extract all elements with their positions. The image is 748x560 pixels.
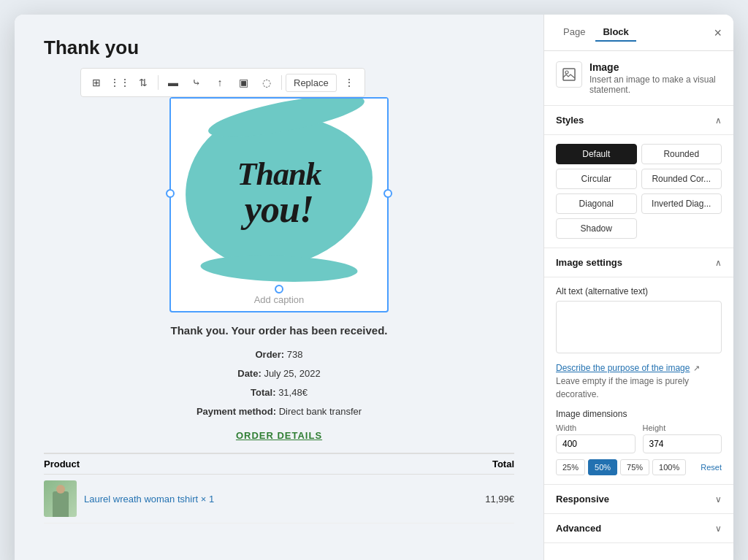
order-label: Order: [255,349,284,360]
block-description: Insert an image to make a visual stateme… [589,74,722,95]
total-value: 31,48€ [278,387,308,398]
table-row: Laurel wreath woman tshirt × 1 11,99€ [44,475,514,523]
style-shadow-btn[interactable]: Shadow [556,218,637,239]
advanced-header[interactable]: Advanced ∨ [544,514,733,543]
width-field: Width [556,423,636,453]
alt-text-input[interactable] [556,301,722,353]
product-thumbnail [44,480,77,517]
table-header: Product Total [44,454,514,475]
date-label: Date: [237,368,262,379]
total-label: Total: [251,387,275,398]
order-thank-message: Thank you. Your order has been received. [44,324,514,337]
order-content: Thank you. Your order has been received.… [44,324,514,441]
dimension-inputs: Width Height [556,423,722,453]
alt-text-link[interactable]: Describe the purpose of the image [556,363,690,373]
product-table: Product Total Laurel wreath woman tshirt… [44,453,514,523]
tab-page[interactable]: Page [556,23,592,42]
resize-handle-right[interactable] [383,189,392,198]
block-info-section: Image Insert an image to make a visual s… [544,51,733,106]
image-icon [562,67,576,82]
svg-point-1 [565,71,568,74]
col-product: Product [44,459,80,469]
style-inverted-diag-btn[interactable]: Inverted Diag... [641,193,722,214]
preset-100-btn[interactable]: 100% [652,459,686,475]
app-window: Thank you ⊞ ⋮⋮ ⇅ ▬ ⤷ ↑ ▣ ◌ Replace ⋮ [15,15,733,560]
block-info-text: Image Insert an image to make a visual s… [589,61,722,95]
image-settings-chevron: ∧ [715,258,722,268]
preset-25-btn[interactable]: 25% [556,459,585,475]
toolbar-image-btn[interactable]: ⊞ [85,72,107,93]
thank-you-text: Thank you! [237,158,321,229]
toolbar-upload-btn[interactable]: ↑ [209,72,231,93]
toolbar-divider-1 [158,75,159,90]
style-rounded-btn[interactable]: Rounded [641,144,722,164]
page-title: Thank you [44,37,514,59]
block-info: Image Insert an image to make a visual s… [556,61,722,95]
order-details-link[interactable]: ORDER DETAILS [44,430,514,441]
product-name[interactable]: Laurel wreath woman tshirt × 1 [84,494,485,505]
styles-chevron: ∧ [715,115,722,126]
responsive-header[interactable]: Responsive ∨ [544,485,733,514]
panel-header: Page Block × [544,15,733,51]
advanced-chevron: ∨ [715,523,722,534]
right-panel: Page Block × Image Insert an image to ma… [543,15,733,560]
image-settings-section: Image settings ∧ Alt text (alternative t… [544,248,733,485]
image-block-inner: Thank you! [171,99,387,288]
panel-tabs: Page Block [556,23,636,42]
preset-75-btn[interactable]: 75% [620,459,649,475]
product-price: 11,99€ [485,494,514,505]
image-block: Thank you! Add caption [169,97,389,312]
resize-handle-left[interactable] [166,189,175,198]
order-value: 738 [287,349,303,360]
dimension-reset-btn[interactable]: Reset [701,463,722,472]
style-default-btn[interactable]: Default [556,144,637,164]
order-info: Order: 738 Date: July 25, 2022 Total: 31… [44,345,514,421]
date-value: July 25, 2022 [264,368,320,379]
dimension-presets: 25% 50% 75% 100% Reset [556,459,722,475]
styles-title: Styles [556,115,584,126]
svg-rect-0 [563,69,575,80]
block-label: Image [589,61,722,73]
preset-50-btn[interactable]: 50% [588,459,617,475]
toolbar-divider-2 [281,75,282,90]
block-toolbar: ⊞ ⋮⋮ ⇅ ▬ ⤷ ↑ ▣ ◌ Replace ⋮ [80,68,365,97]
product-figure [44,480,77,517]
toolbar-drag-btn[interactable]: ⋮⋮ [109,72,131,93]
height-input[interactable] [643,434,722,453]
advanced-title: Advanced [556,523,601,534]
col-total: Total [492,459,514,469]
alt-text-note: Leave empty if the image is purely decor… [556,376,689,399]
style-rounded-col-btn[interactable]: Rounded Cor... [641,169,722,189]
image-settings-body: Alt text (alternative text) Describe the… [544,277,733,485]
styles-section: Styles ∧ Default Rounded Circular Rounde… [544,106,733,248]
thank-you-image: Thank you! [171,99,387,288]
width-input[interactable] [556,434,636,453]
toolbar-media-btn[interactable]: ▣ [232,72,254,93]
style-circular-btn[interactable]: Circular [556,169,637,189]
editor-area: Thank you ⊞ ⋮⋮ ⇅ ▬ ⤷ ↑ ▣ ◌ Replace ⋮ [15,15,543,560]
toolbar-move-btn[interactable]: ⇅ [132,72,154,93]
style-diagonal-btn[interactable]: Diagonal [556,193,637,214]
image-settings-title: Image settings [556,257,622,268]
styles-grid: Default Rounded Circular Rounded Cor... … [556,144,722,239]
styles-body: Default Rounded Circular Rounded Cor... … [544,135,733,248]
payment-label: Payment method: [196,406,276,417]
height-label: Height [643,423,722,432]
toolbar-crop-btn[interactable]: ◌ [256,72,278,93]
person-icon [53,491,69,517]
resize-handle-bottom[interactable] [275,285,283,294]
panel-close-btn[interactable]: × [714,26,722,39]
image-settings-header[interactable]: Image settings ∧ [544,248,733,277]
responsive-chevron: ∨ [715,494,722,505]
toolbar-more-btn[interactable]: ⋮ [338,72,360,93]
styles-header[interactable]: Styles ∧ [544,106,733,135]
tab-block[interactable]: Block [595,23,636,42]
alt-text-label: Alt text (alternative text) [556,286,722,296]
width-label: Width [556,423,636,432]
toolbar-replace-btn[interactable]: Replace [286,74,337,92]
payment-value: Direct bank transfer [279,406,362,417]
responsive-title: Responsive [556,494,609,505]
dimensions-label: Image dimensions [556,409,722,419]
toolbar-link-btn[interactable]: ⤷ [186,72,207,93]
toolbar-align-left-btn[interactable]: ▬ [162,72,184,93]
